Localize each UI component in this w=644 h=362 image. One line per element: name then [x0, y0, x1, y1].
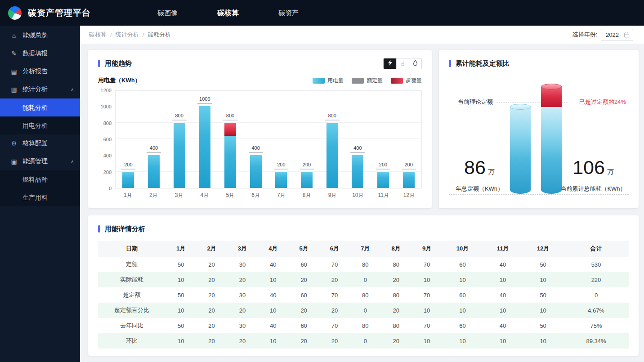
year-input[interactable]	[605, 31, 624, 39]
bar-month-11[interactable]	[377, 172, 389, 188]
col-header-7: 6月	[319, 241, 350, 257]
chevron-up-icon: ∧	[71, 87, 74, 92]
cell: 40	[483, 318, 523, 333]
bar-month-6[interactable]	[250, 155, 262, 188]
energy-trend-card: 用能趋势 ☝ 用电量（KWh） 用电量额定量超额量 02004006008001…	[88, 50, 432, 208]
legend-swatch	[391, 78, 403, 84]
cell: 50	[523, 318, 564, 333]
legend-item-1[interactable]: 用电量	[313, 77, 344, 85]
toggle-droplet[interactable]	[409, 58, 421, 69]
sidebar-item-4[interactable]: ▥统计分析∧	[0, 80, 80, 98]
x-tick-label-3: 3月	[166, 192, 192, 199]
cell: 10	[165, 272, 196, 287]
bar-month-3[interactable]	[174, 123, 185, 188]
calendar-icon[interactable]	[624, 32, 630, 38]
row-label: 去年同比	[98, 318, 165, 333]
toggle-hand[interactable]: ☝	[396, 58, 409, 69]
legend-item-2[interactable]: 额定量	[352, 77, 383, 85]
toggle-bolt[interactable]	[384, 58, 396, 69]
cell: 10	[258, 272, 288, 287]
energy-icon: ▣	[10, 158, 18, 165]
year-picker-box[interactable]	[601, 29, 633, 41]
stats-icon: ▥	[10, 86, 18, 93]
cell: 70	[319, 287, 350, 303]
cell: 40	[258, 318, 288, 333]
bar-month-4[interactable]	[199, 106, 210, 188]
sidebar-subitem-6-2[interactable]: 生产用料	[0, 188, 80, 206]
topnav-item-3[interactable]: 碳资产	[259, 0, 318, 26]
bar-month-2[interactable]	[148, 155, 160, 188]
bar-over-month-5[interactable]	[224, 123, 236, 136]
breadcrumb-item-2[interactable]: 统计分析	[116, 31, 139, 39]
breadcrumb-item-1[interactable]: 碳核算	[89, 31, 107, 39]
over-quota-label: 已超过定额的24%	[579, 98, 626, 106]
sidebar-item-5[interactable]: ⚙核算配置	[0, 134, 80, 152]
cell: 10	[442, 303, 483, 318]
bar-month-10[interactable]	[352, 155, 363, 188]
top-header: 碳资产管理平台 碳画像碳核算碳资产	[0, 0, 644, 26]
sidebar-subitem-6-1[interactable]: 燃料品种	[0, 170, 80, 188]
row-label: 超定额百分比	[98, 303, 165, 318]
bar-month-7[interactable]	[275, 172, 287, 188]
cell: 20	[196, 272, 227, 287]
sidebar-item-3[interactable]: ▤分析报告	[0, 63, 80, 80]
rated-marker-1: 200	[121, 162, 135, 170]
y-tick-label: 200	[103, 170, 112, 175]
bar-month-12[interactable]	[403, 172, 415, 188]
trend-plot: 2004008001000800400200200800400200200	[115, 90, 422, 188]
bar-month-5[interactable]	[224, 136, 236, 188]
sidebar-menu: ⌂能碳总览✎数据填报▤分析报告▥统计分析∧能耗分析用电分析⚙核算配置▣能源管理∧…	[0, 27, 80, 206]
col-header-10: 9月	[411, 241, 442, 257]
rated-marker-8: 200	[300, 162, 314, 170]
cell: 10	[411, 303, 442, 318]
cell: 50	[523, 257, 564, 272]
total-consumption-metric: 106万 当前累计总能耗（KWh）	[552, 158, 634, 193]
cell: 40	[258, 287, 288, 303]
annual-quota-metric: 86万 年总定额（KWh）	[445, 158, 514, 193]
row-label: 定额	[98, 257, 165, 272]
cell: 20	[381, 333, 411, 349]
title-accent-bar	[98, 225, 100, 232]
cell: 10	[442, 272, 483, 287]
table-row-2: 实际能耗10202010202002010101010220	[98, 272, 629, 287]
cell: 50	[165, 287, 196, 303]
cell: 20	[227, 333, 258, 349]
topnav-item-1[interactable]: 碳画像	[138, 0, 197, 26]
sidebar-item-6[interactable]: ▣能源管理∧	[0, 152, 80, 170]
cell: 50	[523, 287, 564, 303]
sidebar-subitem-4-1[interactable]: 能耗分析	[0, 98, 80, 116]
cell: 20	[381, 272, 411, 287]
bar-slot-6: 400	[243, 91, 268, 188]
bar-month-9[interactable]	[326, 123, 338, 188]
table-row-1: 定额502030406070808070604050530	[98, 257, 629, 272]
cell: 10	[483, 333, 523, 349]
year-picker: 选择年份:	[572, 29, 633, 41]
detail-card-title: 用能详情分析	[105, 225, 145, 233]
rated-marker-3: 800	[172, 113, 187, 121]
legend-item-3[interactable]: 超额量	[391, 77, 422, 85]
sidebar-subitem-4-2[interactable]: 用电分析	[0, 116, 80, 134]
bar-month-8[interactable]	[301, 172, 313, 188]
cell: 70	[411, 287, 442, 303]
col-header-2: 1月	[165, 241, 196, 257]
cell: 10	[411, 333, 442, 349]
bar-slot-3: 800	[166, 91, 192, 188]
bar-month-1[interactable]	[122, 172, 134, 188]
sidebar-item-1[interactable]: ⌂能碳总览	[0, 27, 80, 45]
hand-icon: ☝	[401, 60, 404, 67]
cell: 50	[165, 257, 196, 272]
x-tick-label-5: 5月	[217, 192, 243, 199]
rated-line	[402, 169, 416, 170]
cell: 10	[165, 303, 196, 318]
app-title: 碳资产管理平台	[28, 7, 91, 19]
droplet-icon	[413, 60, 418, 67]
bar-slot-12: 200	[396, 91, 421, 188]
cell: 60	[442, 318, 483, 333]
top-nav: 碳画像碳核算碳资产	[138, 0, 318, 26]
sidebar-item-2[interactable]: ✎数据填报	[0, 45, 80, 63]
topnav-item-2[interactable]: 碳核算	[197, 0, 259, 26]
cell: 20	[288, 272, 319, 287]
y-tick-label: 0	[109, 186, 112, 191]
cell: 80	[381, 257, 411, 272]
cell: 10	[523, 272, 564, 287]
